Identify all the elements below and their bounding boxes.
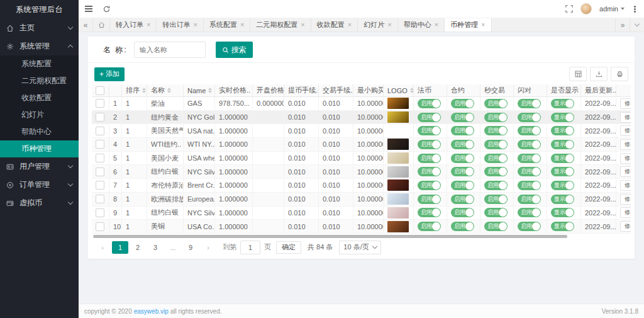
fiat-toggle[interactable]: 启用 (418, 167, 441, 176)
print-icon[interactable] (611, 67, 628, 81)
sidebar-item-orders[interactable]: 订单管理 (0, 176, 79, 194)
edit-button[interactable]: 修改 (620, 125, 631, 136)
col-open[interactable]: 开盘价格.. (253, 84, 284, 96)
row-checkbox[interactable] (96, 140, 104, 149)
flash-toggle[interactable]: 启用 (518, 181, 541, 190)
fiat-toggle[interactable]: 启用 (418, 140, 441, 149)
search-button[interactable]: 搜索 (216, 42, 253, 58)
contract-toggle[interactable]: 启用 (451, 195, 474, 204)
next-page-button[interactable]: › (200, 241, 216, 254)
edit-button[interactable]: 修改 (620, 98, 631, 109)
flash-toggle[interactable]: 启用 (518, 99, 541, 108)
contract-toggle[interactable]: 启用 (451, 181, 474, 190)
row-checkbox[interactable] (96, 127, 104, 135)
edit-button[interactable]: 修改 (620, 166, 631, 177)
row-checkbox[interactable] (96, 222, 104, 231)
seconds-toggle[interactable]: 启用 (484, 181, 508, 190)
tab-6[interactable]: 幻灯片× (358, 18, 397, 31)
seconds-toggle[interactable]: 启用 (484, 208, 508, 217)
tabs-scroll-left-icon[interactable]: « (79, 18, 93, 31)
page-button-2[interactable]: 2 (130, 241, 146, 254)
page-button-3[interactable]: 3 (147, 241, 164, 254)
footer-link[interactable]: easyweb.vip (134, 308, 169, 315)
collapse-menu-icon[interactable] (85, 8, 92, 9)
close-icon[interactable]: × (435, 21, 438, 28)
fiat-toggle[interactable]: 启用 (418, 222, 441, 231)
fiat-toggle[interactable]: 启用 (418, 126, 441, 135)
sidebar-subitem-help-center[interactable]: 帮助中心 (0, 123, 79, 140)
flash-toggle[interactable]: 启用 (518, 208, 541, 217)
visible-toggle[interactable]: 显示 (551, 195, 574, 204)
tabs-scroll-right-icon[interactable]: » (615, 18, 630, 31)
search-input[interactable] (134, 42, 206, 58)
seconds-toggle[interactable]: 启用 (484, 222, 508, 231)
filter-columns-icon[interactable] (569, 67, 587, 81)
export-icon[interactable] (590, 67, 608, 81)
edit-button[interactable]: 修改 (620, 221, 631, 232)
select-all-checkbox[interactable] (96, 86, 104, 95)
visible-toggle[interactable]: 显示 (551, 167, 574, 176)
visible-toggle[interactable]: 显示 (551, 208, 574, 217)
fiat-toggle[interactable]: 启用 (418, 154, 441, 163)
col-sort[interactable]: 排序 (122, 84, 147, 96)
fiat-toggle[interactable]: 启用 (418, 99, 441, 108)
visible-toggle[interactable]: 显示 (551, 140, 574, 149)
visible-toggle[interactable]: 显示 (551, 222, 574, 231)
tabs-menu-icon[interactable] (630, 18, 644, 31)
tab-1[interactable]: 转入订单× (110, 18, 157, 31)
contract-toggle[interactable]: 启用 (451, 154, 474, 163)
tab-7[interactable]: 帮助中心× (398, 18, 445, 31)
tab-4[interactable]: 二元期权配置× (250, 18, 311, 31)
sidebar-subitem-coin-manage[interactable]: 币种管理 (0, 140, 79, 157)
user-avatar[interactable] (580, 3, 592, 14)
visible-toggle[interactable]: 显示 (551, 126, 574, 135)
visible-toggle[interactable]: 显示 (551, 154, 574, 163)
flash-toggle[interactable]: 启用 (518, 126, 541, 135)
fiat-toggle[interactable]: 启用 (418, 195, 441, 204)
refresh-icon[interactable] (103, 5, 111, 13)
sort-icon[interactable] (410, 88, 414, 93)
fiat-toggle[interactable]: 启用 (418, 181, 441, 190)
add-button[interactable]: + 添加 (94, 67, 125, 81)
edit-button[interactable]: 修改 (620, 112, 631, 123)
sidebar-subitem-binary-option-config[interactable]: 二元期权配置 (0, 72, 79, 89)
close-icon[interactable]: × (387, 21, 391, 28)
home-tab-icon[interactable] (93, 18, 110, 31)
edit-button[interactable]: 修改 (620, 207, 631, 218)
col-withdraw_fee[interactable]: 提币手续... (284, 84, 319, 96)
page-button-9[interactable]: 9 (182, 241, 199, 254)
edit-button[interactable]: 修改 (620, 139, 631, 150)
contract-toggle[interactable]: 启用 (451, 126, 474, 135)
fiat-toggle[interactable]: 启用 (418, 113, 441, 122)
page-button-1[interactable]: 1 (112, 241, 128, 254)
row-checkbox[interactable] (96, 99, 104, 108)
more-options-icon[interactable] (632, 8, 638, 10)
row-checkbox[interactable] (96, 113, 104, 122)
contract-toggle[interactable]: 启用 (451, 113, 474, 122)
horizontal-scrollbar[interactable] (93, 235, 567, 238)
col-price[interactable]: 实时价格.. (215, 84, 253, 96)
seconds-toggle[interactable]: 启用 (484, 167, 508, 176)
close-icon[interactable]: × (147, 21, 150, 28)
sidebar-item-home[interactable]: 主页 (0, 19, 79, 37)
edit-button[interactable]: 修改 (620, 180, 631, 191)
confirm-button[interactable]: 确定 (276, 241, 301, 254)
seconds-toggle[interactable]: 启用 (484, 140, 508, 149)
seconds-toggle[interactable]: 启用 (484, 113, 508, 122)
close-icon[interactable]: × (348, 21, 352, 28)
contract-toggle[interactable]: 启用 (451, 167, 474, 176)
sidebar-item-vcoin[interactable]: 虚拟币 (0, 194, 79, 212)
seconds-toggle[interactable]: 启用 (484, 126, 508, 135)
visible-toggle[interactable]: 显示 (551, 113, 574, 122)
close-icon[interactable]: × (240, 21, 244, 28)
prev-page-button[interactable]: ‹ (94, 241, 111, 254)
flash-toggle[interactable]: 启用 (518, 154, 541, 163)
flash-toggle[interactable]: 启用 (518, 140, 541, 149)
edit-button[interactable]: 修改 (620, 153, 631, 164)
fiat-toggle[interactable]: 启用 (418, 208, 441, 217)
contract-toggle[interactable]: 启用 (451, 208, 474, 217)
close-icon[interactable]: × (193, 21, 197, 28)
row-checkbox[interactable] (96, 195, 104, 203)
flash-toggle[interactable]: 启用 (518, 195, 541, 204)
sort-icon[interactable] (167, 88, 171, 93)
